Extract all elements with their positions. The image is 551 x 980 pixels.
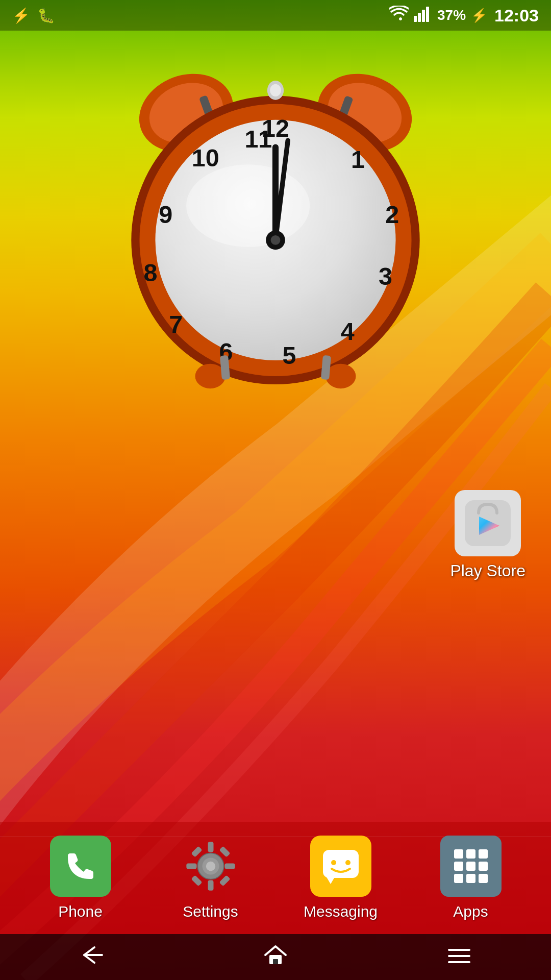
home-button[interactable] <box>242 939 309 976</box>
messaging-icon <box>310 836 371 897</box>
signal-icon <box>414 6 432 26</box>
status-bar: ⚡ 🐛 37% ⚡ 12:03 <box>0 0 551 31</box>
usb-icon: ⚡ <box>12 7 30 24</box>
svg-text:4: 4 <box>341 317 355 345</box>
menu-button[interactable] <box>426 941 492 974</box>
svg-point-30 <box>271 235 281 245</box>
svg-rect-48 <box>219 875 230 886</box>
svg-rect-60 <box>479 862 488 871</box>
svg-rect-59 <box>466 862 475 871</box>
svg-rect-47 <box>191 875 202 886</box>
svg-rect-45 <box>191 846 202 857</box>
settings-label: Settings <box>183 903 238 920</box>
alarm-clock-image: 12 1 2 3 4 5 6 7 8 9 10 11 <box>102 41 449 398</box>
settings-icon <box>180 836 241 897</box>
svg-rect-57 <box>479 849 488 859</box>
dock-item-settings[interactable]: Settings <box>145 836 276 920</box>
svg-rect-66 <box>273 959 278 964</box>
android-debug-icon: 🐛 <box>37 7 55 24</box>
battery-charging-icon: ⚡ <box>471 8 487 23</box>
clock-widget[interactable]: 12 1 2 3 4 5 6 7 8 9 10 11 <box>97 36 454 403</box>
svg-text:2: 2 <box>385 201 399 228</box>
svg-text:10: 10 <box>192 144 219 172</box>
battery-percent: 37% <box>437 7 466 23</box>
messaging-label: Messaging <box>304 903 378 920</box>
svg-text:9: 9 <box>159 201 172 228</box>
svg-rect-2 <box>422 10 425 22</box>
svg-rect-58 <box>454 862 463 871</box>
svg-text:1: 1 <box>351 145 365 173</box>
svg-text:7: 7 <box>169 310 183 338</box>
dock-item-phone[interactable]: Phone <box>15 836 145 920</box>
svg-rect-44 <box>224 864 235 869</box>
svg-rect-1 <box>418 13 421 22</box>
svg-rect-42 <box>208 880 213 891</box>
svg-text:5: 5 <box>282 341 296 369</box>
status-time: 12:03 <box>494 6 539 26</box>
svg-rect-61 <box>454 874 463 883</box>
svg-rect-43 <box>186 864 196 869</box>
svg-text:11: 11 <box>244 125 272 153</box>
svg-point-32 <box>270 84 281 96</box>
dock-item-apps[interactable]: Apps <box>406 836 536 920</box>
apps-icon <box>440 836 502 897</box>
svg-rect-62 <box>466 874 475 883</box>
navigation-bar <box>0 934 551 980</box>
play-store-label: Play Store <box>450 561 525 580</box>
svg-rect-63 <box>479 874 488 883</box>
phone-icon <box>50 836 111 897</box>
status-left-icons: ⚡ 🐛 <box>12 7 55 24</box>
play-store-icon-image <box>455 490 521 556</box>
wifi-icon <box>389 6 409 26</box>
svg-point-54 <box>345 860 350 865</box>
dock-item-messaging[interactable]: Messaging <box>276 836 406 920</box>
svg-rect-51 <box>323 850 359 878</box>
dock: Phone Settings <box>0 822 551 934</box>
status-right-info: 37% ⚡ 12:03 <box>389 6 539 26</box>
svg-marker-52 <box>325 875 336 884</box>
svg-rect-46 <box>219 846 230 857</box>
play-store-icon[interactable]: Play Store <box>450 490 525 580</box>
svg-rect-56 <box>466 849 475 859</box>
svg-point-53 <box>331 860 336 865</box>
svg-point-50 <box>206 862 215 871</box>
svg-point-35 <box>325 364 356 388</box>
apps-label: Apps <box>453 903 488 920</box>
svg-point-33 <box>195 364 226 388</box>
svg-text:8: 8 <box>144 259 158 286</box>
back-button[interactable] <box>59 940 125 975</box>
svg-rect-3 <box>426 7 429 22</box>
svg-rect-0 <box>414 16 417 22</box>
svg-text:3: 3 <box>379 262 392 290</box>
phone-label: Phone <box>58 903 103 920</box>
svg-rect-41 <box>208 842 213 852</box>
svg-point-14 <box>186 164 310 247</box>
svg-rect-55 <box>454 849 463 859</box>
desktop-icons-area: Play Store <box>450 490 525 580</box>
